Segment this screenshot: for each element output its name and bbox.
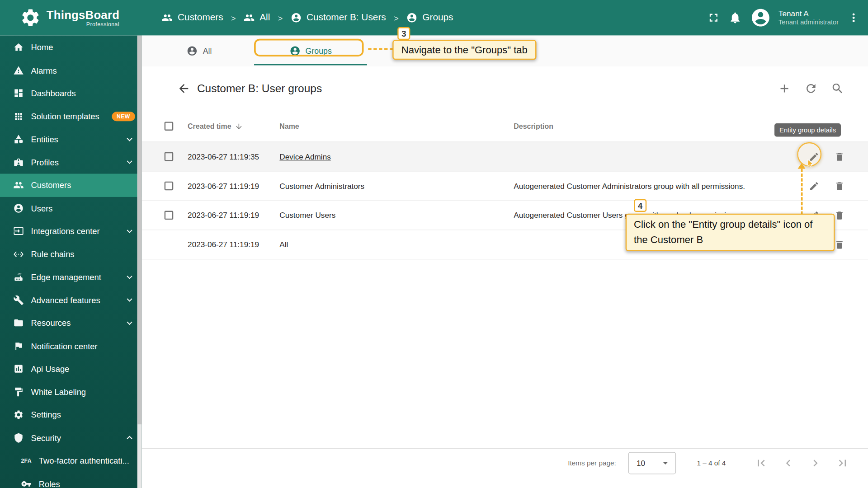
pagination-bar: Items per page: 10 1 – 4 of 4 [142,448,868,477]
people-icon [244,12,255,23]
app-header: ThingsBoard Professional Customers > All… [0,0,868,35]
avatar[interactable] [750,7,772,28]
annotation-step3-badge: 3 [397,27,410,40]
sidebar-item-alarms[interactable]: Alarms [0,59,142,82]
people-icon [162,12,173,23]
row-checkbox[interactable] [165,182,174,191]
gear-icon [13,409,24,420]
sidebar-item-notification-center[interactable]: Notification center [0,334,142,357]
key-icon [21,479,32,488]
tab-all[interactable]: All [155,35,244,66]
scrollbar-thumb[interactable] [137,35,142,424]
cell-created-time: 2023-06-27 11:19:19 [188,240,279,249]
app-name: ThingsBoard [47,8,119,21]
sidebar-item-roles[interactable]: Roles [0,472,142,488]
sidebar-item-two-factor-authentication[interactable]: 2FA Two-factor authenticati... [0,449,142,472]
back-button[interactable] [177,82,190,95]
chevron-down-icon [124,134,135,145]
chevron-down-icon [124,295,135,305]
sidebar-item-home[interactable]: Home [0,36,142,59]
chevron-down-icon [124,157,135,168]
sidebar-item-profiles[interactable]: Profiles [0,151,142,174]
sidebar-item-settings[interactable]: Settings [0,404,142,427]
router-icon [13,272,24,282]
column-name[interactable]: Name [279,122,514,130]
delete-group-button[interactable] [834,210,844,221]
group-name-link[interactable]: All [279,240,288,249]
nav-label: Advanced features [31,296,120,305]
sidebar-item-entities[interactable]: Entities [0,128,142,151]
sort-desc-icon[interactable] [235,122,243,130]
table-row[interactable]: 2023-06-27 11:19:19 Customer Administrat… [142,172,868,201]
nav-label: Integrations center [31,226,120,236]
sidebar-item-rule-chains[interactable]: Rule chains [0,243,142,266]
nav-label: Dashboards [31,89,135,98]
refresh-button[interactable] [804,82,817,95]
sidebar-item-api-usage[interactable]: Api Usage [0,357,142,380]
sidebar-item-solution-templates[interactable]: Solution templates NEW [0,105,142,128]
sidebar-item-security[interactable]: Security [0,426,142,449]
account-circle-icon [290,12,301,23]
breadcrumb-label: Groups [422,12,453,23]
nav-label: Resources [31,318,120,328]
app-logo[interactable]: ThingsBoard Professional [0,7,142,28]
sidebar-scrollbar[interactable] [137,35,142,488]
sidebar-item-users[interactable]: Users [0,197,142,220]
sidebar-item-edge-management[interactable]: Edge management [0,266,142,289]
row-checkbox[interactable] [165,152,174,161]
nav-label: Alarms [31,66,135,75]
account-circle-icon [13,203,24,213]
breadcrumb-customers[interactable]: Customers [162,12,223,23]
search-button[interactable] [831,82,844,95]
add-button[interactable] [778,82,791,95]
paint-icon [13,387,24,397]
annotation-groups-tab-highlight [254,39,363,56]
group-name-link[interactable]: Customer Users [279,211,335,220]
last-page-button[interactable] [836,456,849,469]
dashboards-icon [13,88,24,99]
sidebar-item-customers[interactable]: Customers [0,174,142,197]
group-name-link[interactable]: Device Admins [279,152,330,161]
nav-label: Settings [31,410,135,420]
prev-page-button[interactable] [782,456,795,469]
delete-group-button[interactable] [834,239,844,250]
items-per-page-select[interactable]: 10 [628,452,676,474]
row-checkbox[interactable] [165,211,174,220]
people-icon [13,180,24,190]
sidebar-item-advanced-features[interactable]: Advanced features [0,289,142,312]
breadcrumb-label: All [259,12,270,23]
sidebar-item-resources[interactable]: Resources [0,311,142,334]
column-created-time[interactable]: Created time [188,122,231,130]
annotation-dash-4 [801,169,803,215]
edit-group-button[interactable] [809,181,819,191]
user-info[interactable]: Tenant A Tenant administrator [778,9,839,27]
table-header: Created time Name Description [142,111,868,142]
fullscreen-icon[interactable] [707,11,720,24]
breadcrumb-all[interactable]: All [244,12,270,23]
cell-description: Autogenerated Customer Administrators gr… [514,182,809,191]
nav-label: Entities [31,135,120,144]
chevron-down-icon [124,272,135,282]
group-name-link[interactable]: Customer Administrators [279,182,364,191]
delete-group-button[interactable] [834,151,844,162]
nav-label: Security [31,433,120,442]
new-badge: NEW [112,112,135,121]
sidebar-item-dashboards[interactable]: Dashboards [0,82,142,105]
breadcrumb-customer-b-users[interactable]: Customer B: Users [290,12,386,23]
kebab-menu-icon[interactable] [847,11,860,24]
badge-icon [13,157,24,167]
nav-label: Solution templates [31,112,108,121]
table-row[interactable]: 2023-06-27 11:19:35 Device Admins [142,142,868,172]
notifications-bell-icon[interactable] [729,11,742,24]
first-page-button[interactable] [755,456,768,469]
next-page-button[interactable] [809,456,822,469]
select-all-checkbox[interactable] [165,122,174,131]
input-icon [13,226,24,236]
warning-icon [13,65,24,75]
breadcrumb-groups[interactable]: Groups [406,12,453,23]
home-icon [13,42,24,52]
apps-grid-icon [13,111,24,122]
sidebar-item-white-labeling[interactable]: White Labeling [0,380,142,404]
sidebar-item-integrations-center[interactable]: Integrations center [0,220,142,243]
delete-group-button[interactable] [834,181,844,191]
